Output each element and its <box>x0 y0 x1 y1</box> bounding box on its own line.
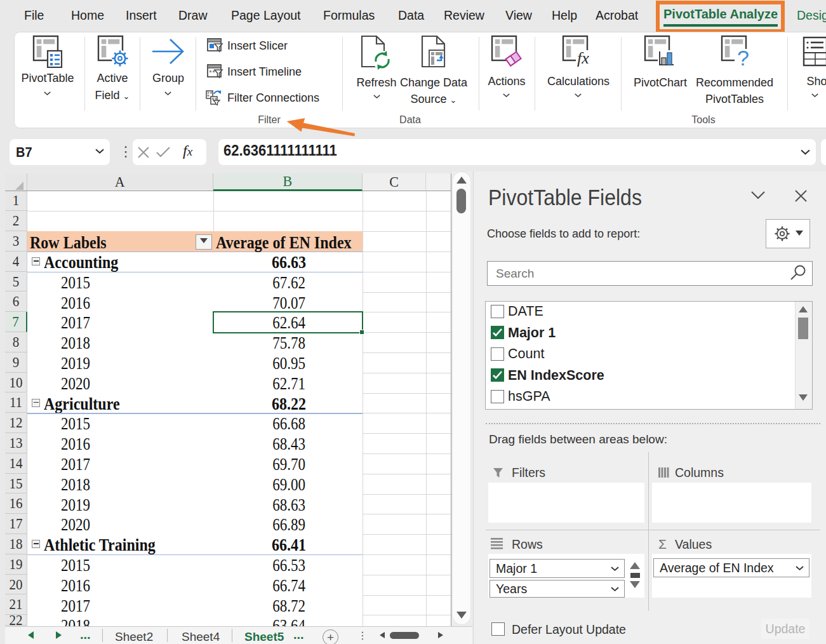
svg-text:fx: fx <box>577 49 589 67</box>
svg-text:?: ? <box>737 46 749 70</box>
